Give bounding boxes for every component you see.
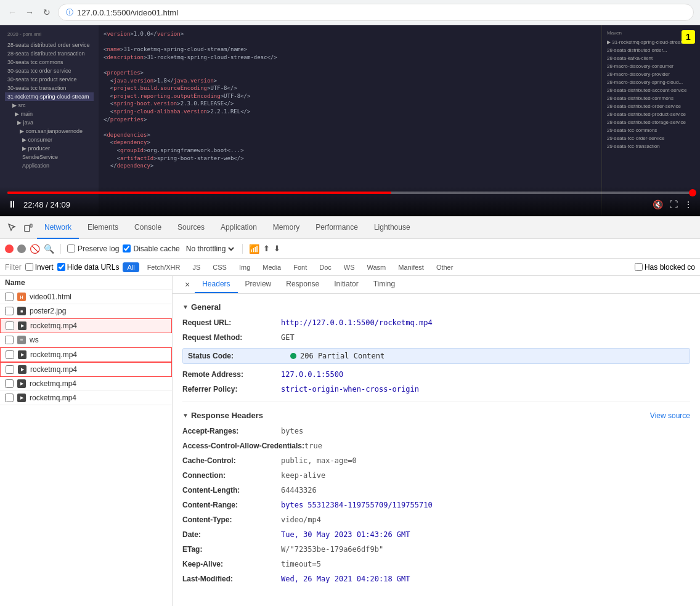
- file-checkbox[interactable]: [6, 321, 14, 330]
- file-name: poster2.jpg: [30, 307, 167, 315]
- file-checkbox[interactable]: [6, 365, 14, 374]
- filter-js[interactable]: JS: [188, 262, 205, 272]
- stop-recording-button[interactable]: [17, 244, 26, 253]
- detail-tab-headers[interactable]: Headers: [195, 276, 237, 293]
- search-button[interactable]: 🔍: [44, 244, 54, 254]
- name-column-header: Name: [5, 278, 25, 287]
- file-item-rocketmq-5[interactable]: ▶ rocketmq.mp4: [0, 391, 172, 405]
- separator: [60, 244, 61, 254]
- code-line: <version>1.0.0</version>: [104, 30, 596, 38]
- file-list-header: Name: [0, 276, 172, 290]
- file-item-poster2[interactable]: ■ poster2.jpg: [0, 304, 172, 318]
- filter-media[interactable]: Media: [258, 262, 285, 272]
- inspect-element-button[interactable]: [5, 220, 20, 235]
- tab-application[interactable]: Application: [213, 217, 264, 239]
- request-url-value: http://127.0.0.1:5500/rocketmq.mp4: [281, 317, 433, 328]
- remote-address-row: Remote Address: 127.0.0.1:5500: [182, 367, 690, 382]
- ide-sidebar-item: SendieService: [5, 153, 94, 161]
- invert-checkbox[interactable]: Invert: [25, 263, 54, 272]
- file-checkbox[interactable]: [5, 394, 14, 402]
- video-file-icon: ▶: [17, 379, 26, 388]
- ws-file-icon: ≋: [17, 336, 26, 344]
- disable-cache-checkbox[interactable]: Disable cache: [123, 244, 179, 253]
- ide-sidebar-item: ▶ java: [5, 118, 94, 127]
- tab-lighthouse[interactable]: Lighthouse: [367, 217, 418, 239]
- file-name: rocketmq.mp4: [30, 321, 166, 330]
- file-name: ws: [30, 336, 167, 344]
- file-item-video01[interactable]: H video01.html: [0, 290, 172, 304]
- date-row: Date: Tue, 30 May 2023 01:43:26 GMT: [182, 527, 690, 542]
- detail-tab-preview[interactable]: Preview: [238, 276, 279, 293]
- file-checkbox[interactable]: [6, 350, 14, 359]
- detail-tab-initiator[interactable]: Initiator: [327, 276, 365, 293]
- content-type-row: Content-Type: video/mp4: [182, 512, 690, 527]
- file-name: rocketmq.mp4: [30, 350, 166, 359]
- file-item-rocketmq-3[interactable]: ▶ rocketmq.mp4: [0, 362, 172, 377]
- device-toolbar-button[interactable]: [21, 220, 36, 235]
- separator: [242, 244, 243, 254]
- content-length-row: Content-Length: 64443326: [182, 483, 690, 498]
- img-file-icon: ■: [17, 307, 26, 315]
- section-divider: [182, 402, 690, 402]
- back-button[interactable]: ←: [6, 6, 18, 18]
- wifi-icon: 📶: [249, 244, 259, 254]
- response-headers-title[interactable]: Response Headers: [182, 407, 263, 424]
- content-length-value: 64443326: [281, 485, 317, 496]
- close-detail-button[interactable]: ×: [180, 276, 195, 293]
- progress-bar[interactable]: [7, 192, 693, 194]
- file-checkbox[interactable]: [5, 307, 14, 315]
- file-item-rocketmq-selected[interactable]: ▶ rocketmq.mp4: [0, 318, 172, 333]
- access-control-value: true: [304, 440, 322, 451]
- fullscreen-button[interactable]: ⛶: [669, 200, 678, 209]
- record-button[interactable]: [5, 244, 14, 253]
- file-item-ws[interactable]: ≋ ws: [0, 333, 172, 347]
- file-item-rocketmq-2[interactable]: ▶ rocketmq.mp4: [0, 347, 172, 362]
- code-line: <dependencies>: [104, 131, 596, 139]
- progress-container[interactable]: [7, 192, 693, 194]
- filter-fetch-xhr[interactable]: Fetch/XHR: [143, 262, 185, 272]
- devtools-main: Name H video01.html ■ poster2.jpg ▶ rock…: [0, 276, 700, 606]
- forward-button[interactable]: →: [23, 6, 36, 18]
- ide-sidebar-item-active: 31-rocketmq-spring-cloud-stream: [5, 92, 94, 101]
- view-source-link[interactable]: View source: [650, 411, 690, 420]
- tab-sources[interactable]: Sources: [170, 217, 212, 239]
- tab-network[interactable]: Network: [37, 217, 79, 239]
- filter-manifest[interactable]: Manifest: [394, 262, 428, 272]
- file-checkbox[interactable]: [5, 336, 14, 344]
- ide-sidebar-item: 2020 - pom.xml: [5, 30, 94, 38]
- svg-rect-0: [25, 225, 30, 232]
- refresh-button[interactable]: ↻: [41, 6, 53, 18]
- detail-tab-timing[interactable]: Timing: [366, 276, 403, 293]
- filter-font[interactable]: Font: [289, 262, 311, 272]
- file-checkbox[interactable]: [5, 293, 14, 301]
- ide-sidebar-item: 30-seata tcc product service: [5, 75, 94, 84]
- file-checkbox[interactable]: [5, 379, 14, 388]
- filter-wasm[interactable]: Wasm: [363, 262, 391, 272]
- ide-sidebar-item: 30-seata tcc transaction: [5, 84, 94, 92]
- play-pause-button[interactable]: ⏸: [7, 199, 17, 210]
- tab-console[interactable]: Console: [127, 217, 169, 239]
- file-item-rocketmq-4[interactable]: ▶ rocketmq.mp4: [0, 377, 172, 391]
- referrer-policy-key: Referrer Policy:: [182, 384, 281, 395]
- file-name: video01.html: [30, 293, 167, 301]
- tab-memory[interactable]: Memory: [266, 217, 307, 239]
- filter-icon[interactable]: 🚫: [30, 244, 40, 254]
- tab-elements[interactable]: Elements: [80, 217, 126, 239]
- url-bar[interactable]: ⓘ 127.0.0.1:5500/video01.html: [58, 4, 694, 21]
- filter-other[interactable]: Other: [432, 262, 458, 272]
- has-blocked-checkbox[interactable]: Has blocked co: [635, 263, 695, 272]
- throttle-select[interactable]: No throttling: [184, 244, 236, 254]
- general-section-title[interactable]: General: [182, 299, 690, 315]
- more-options-button[interactable]: ⋮: [684, 200, 693, 209]
- filter-all[interactable]: All: [123, 262, 139, 272]
- hide-data-urls-checkbox[interactable]: Hide data URLs: [57, 263, 120, 272]
- detail-tab-response[interactable]: Response: [279, 276, 327, 293]
- mute-button[interactable]: 🔇: [653, 200, 663, 209]
- filter-ws[interactable]: WS: [340, 262, 359, 272]
- filter-doc[interactable]: Doc: [315, 262, 336, 272]
- preserve-log-checkbox[interactable]: Preserve log: [67, 244, 119, 253]
- tab-performance[interactable]: Performance: [308, 217, 365, 239]
- request-url-key: Request URL:: [182, 317, 281, 328]
- filter-img[interactable]: Img: [235, 262, 254, 272]
- filter-css[interactable]: CSS: [208, 262, 231, 272]
